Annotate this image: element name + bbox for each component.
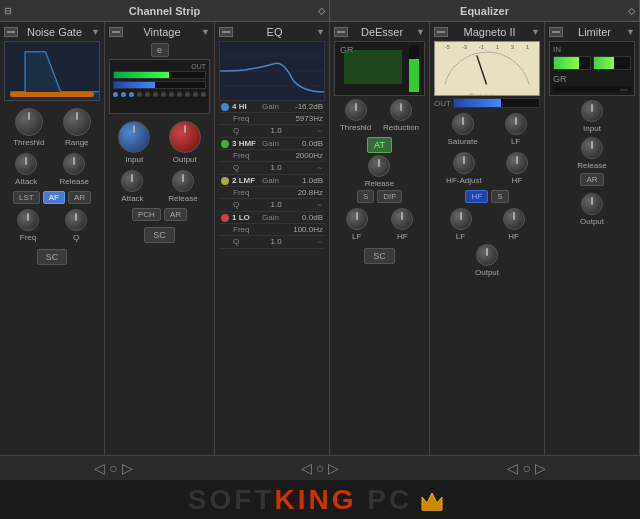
channel-strip-diamond: ◇ <box>318 6 325 16</box>
dot-3 <box>129 92 134 97</box>
vintage-sc-button[interactable]: SC <box>144 227 175 243</box>
limiter-input-label: Input <box>583 124 601 133</box>
deesser-release-knob[interactable] <box>368 155 390 177</box>
vintage-e-button[interactable]: e <box>151 43 169 57</box>
ng-threshold-container: Threshld <box>13 108 44 147</box>
vintage-ar-button[interactable]: AR <box>164 208 187 221</box>
ng-q-knob[interactable] <box>65 209 87 231</box>
limiter-power[interactable] <box>549 27 563 37</box>
nav-circle-1[interactable]: ○ <box>109 460 117 476</box>
vintage-dropdown[interactable]: ▼ <box>201 27 210 37</box>
deesser-threshold-knob[interactable] <box>345 99 367 121</box>
limiter-release-knob[interactable] <box>581 137 603 159</box>
deesser-lf-knob[interactable] <box>346 208 368 230</box>
deesser-hf-knob[interactable] <box>391 208 413 230</box>
eq-band-2lmf-indicator <box>221 177 229 185</box>
magneto-out-label: OUT <box>434 99 451 108</box>
nav-circle-3[interactable]: ○ <box>522 460 530 476</box>
magneto-out-meter <box>453 98 540 108</box>
magneto-hfadj-label: HF-Adjust <box>446 176 482 185</box>
nav-left-arrow-1[interactable]: ◁ <box>94 460 105 476</box>
nav-left-arrow-3[interactable]: ◁ <box>507 460 518 476</box>
vintage-input-label: Input <box>125 155 143 164</box>
equalizer-header: Equalizer ◇ <box>330 0 640 21</box>
vintage-attack-container: Attack <box>121 170 143 203</box>
deesser-power[interactable] <box>334 27 348 37</box>
ng-release-knob[interactable] <box>63 153 85 175</box>
magneto-hf2-knob[interactable] <box>503 208 525 230</box>
dot-6 <box>153 92 158 97</box>
eq-band-3hmf-q: Q 1.0 ～ <box>219 162 325 175</box>
noise-gate-dropdown[interactable]: ▼ <box>91 27 100 37</box>
limiter-panel: Limiter ▼ IN GR <box>545 22 640 455</box>
deesser-hf-container: HF <box>391 208 413 241</box>
eq-band-4hi: 4 HI Gain -16.2dB <box>219 101 325 113</box>
ng-range-knob[interactable] <box>63 108 91 136</box>
deesser-sc-button[interactable]: SC <box>364 248 395 264</box>
limiter-in-meters <box>553 56 631 70</box>
ng-af-button[interactable]: AF <box>43 191 65 204</box>
ng-freq-knob[interactable] <box>17 209 39 231</box>
eq-dropdown[interactable]: ▼ <box>316 27 325 37</box>
nav-right-arrow-2[interactable]: ▷ <box>328 460 339 476</box>
vintage-power[interactable] <box>109 27 123 37</box>
vintage-input-knob[interactable] <box>118 121 150 153</box>
deesser-dropdown[interactable]: ▼ <box>416 27 425 37</box>
eq-band-4hi-indicator <box>221 103 229 111</box>
equalizer-label: Equalizer <box>460 5 509 17</box>
magneto-power[interactable] <box>434 27 448 37</box>
vintage-pch-button[interactable]: PCH <box>132 208 161 221</box>
eq-band-2lmf-freq: Freq 20.8Hz <box>219 187 325 199</box>
ng-lst-button[interactable]: LST <box>13 191 40 204</box>
magneto-hfadj-container: HF-Adjust <box>446 152 482 185</box>
vintage-attack-knob[interactable] <box>121 170 143 192</box>
deesser-at-button[interactable]: AT <box>367 137 392 153</box>
ng-sc-button[interactable]: SC <box>37 249 68 265</box>
watermark-soft: SOFT <box>188 484 275 515</box>
deesser-reduction-knob[interactable] <box>390 99 412 121</box>
ng-threshold-knob[interactable] <box>15 108 43 136</box>
deesser-indicator <box>344 50 402 84</box>
magneto-s-button[interactable]: S <box>491 190 508 203</box>
magneto-hfadj-knob[interactable] <box>453 152 475 174</box>
limiter-gr-label: GR <box>553 74 567 84</box>
ng-attack-knob[interactable] <box>15 153 37 175</box>
limiter-input-knob[interactable] <box>581 100 603 122</box>
magneto-hf-button[interactable]: HF <box>465 190 488 203</box>
nav-circle-2[interactable]: ○ <box>316 460 324 476</box>
magneto-output-label: Output <box>475 268 499 277</box>
nav-left-arrow-2[interactable]: ◁ <box>301 460 312 476</box>
magneto-dropdown[interactable]: ▼ <box>531 27 540 37</box>
limiter-dropdown[interactable]: ▼ <box>626 27 635 37</box>
deesser-threshold-label: Threshld <box>340 123 371 132</box>
bottom-nav-right: ◁ ○ ▷ <box>507 460 545 476</box>
watermark-king: KING <box>274 484 356 515</box>
magneto-hf-label: HF <box>512 176 523 185</box>
deesser-title-bar: DeEsser ▼ <box>334 26 425 38</box>
magneto-hf-knob[interactable] <box>506 152 528 174</box>
ng-ar-button[interactable]: AR <box>68 191 91 204</box>
magneto-lf-knob[interactable] <box>505 113 527 135</box>
vintage-release-knob[interactable] <box>172 170 194 192</box>
vintage-output-knob[interactable] <box>169 121 201 153</box>
limiter-output-knob[interactable] <box>581 193 603 215</box>
deesser-dif-button[interactable]: DIF <box>377 190 402 203</box>
nav-right-arrow-1[interactable]: ▷ <box>122 460 133 476</box>
vintage-release-container: Release <box>168 170 197 203</box>
eq-power[interactable] <box>219 27 233 37</box>
ng-release-label: Release <box>60 177 89 186</box>
magneto-output-knob[interactable] <box>476 244 498 266</box>
noise-gate-power[interactable] <box>4 27 18 37</box>
vintage-output-label: Output <box>173 155 197 164</box>
deesser-lf-label: LF <box>352 232 361 241</box>
dot-8 <box>169 92 174 97</box>
nav-right-arrow-3[interactable]: ▷ <box>535 460 546 476</box>
deesser-s-button[interactable]: S <box>357 190 374 203</box>
dot-5 <box>145 92 150 97</box>
magneto-saturate-knob[interactable] <box>452 113 474 135</box>
limiter-in-label: IN <box>553 45 561 54</box>
deesser-title: DeEsser <box>348 26 416 38</box>
magneto-lf2-knob[interactable] <box>450 208 472 230</box>
limiter-ar-button[interactable]: AR <box>580 173 603 186</box>
magneto-knob-row-2: HF-Adjust HF <box>434 152 540 185</box>
